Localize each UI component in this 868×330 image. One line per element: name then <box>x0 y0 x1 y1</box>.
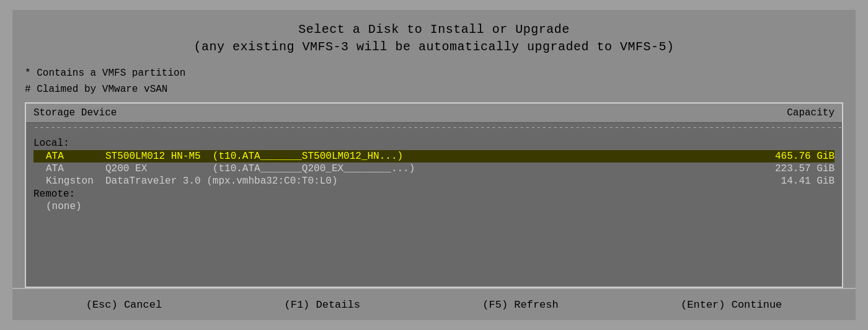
footer: (Esc) Cancel (F1) Details (F5) Refresh (… <box>12 288 856 320</box>
legend-line1: * Contains a VMFS partition <box>25 66 843 82</box>
disk-info-3: Kingston DataTraveler 3.0 (mpx.vmhba32:C… <box>46 176 337 187</box>
refresh-button[interactable]: (F5) Refresh <box>482 299 558 311</box>
disk-selected-info: ATA ST500LM012 HN-M5 (t10.ATA_______ST50… <box>46 151 403 162</box>
disk-capacity-3: 14.41 GiB <box>781 176 835 187</box>
continue-button[interactable]: (Enter) Continue <box>681 299 782 311</box>
title-line2: (any existing VMFS-3 will be automatical… <box>25 38 843 56</box>
disk-row[interactable]: ATA Q200 EX (t10.ATA_______Q200_EX______… <box>33 163 835 175</box>
col-device-header: Storage Device <box>33 107 117 118</box>
disk-row[interactable]: Kingston DataTraveler 3.0 (mpx.vmhba32:C… <box>33 175 835 187</box>
legend-line2: # Claimed by VMware vSAN <box>25 82 843 98</box>
remote-none: (none) <box>33 201 835 212</box>
disk-selection-box: Storage Device Capacity ----------------… <box>25 102 843 288</box>
cancel-button[interactable]: (Esc) Cancel <box>86 299 162 311</box>
disk-info-2: ATA Q200 EX (t10.ATA_______Q200_EX______… <box>46 163 415 174</box>
disk-list: Local: ATA ST500LM012 HN-M5 (t10.ATA____… <box>26 134 842 287</box>
table-header: Storage Device Capacity <box>26 104 842 123</box>
table-divider: ----------------------------------------… <box>26 123 842 134</box>
disk-capacity-2: 223.57 GiB <box>775 163 835 174</box>
col-capacity-header: Capacity <box>787 107 835 118</box>
main-screen: Select a Disk to Install or Upgrade (any… <box>12 10 856 320</box>
remote-label: Remote: <box>33 187 835 201</box>
legend: * Contains a VMFS partition # Claimed by… <box>12 62 856 102</box>
disk-row[interactable]: ATA ST500LM012 HN-M5 (t10.ATA_______ST50… <box>33 150 835 163</box>
details-button[interactable]: (F1) Details <box>284 299 360 311</box>
local-label: Local: <box>33 136 835 150</box>
header: Select a Disk to Install or Upgrade (any… <box>12 10 856 62</box>
title-line1: Select a Disk to Install or Upgrade <box>25 21 843 38</box>
disk-selected-capacity: 465.76 GiB <box>775 151 835 162</box>
